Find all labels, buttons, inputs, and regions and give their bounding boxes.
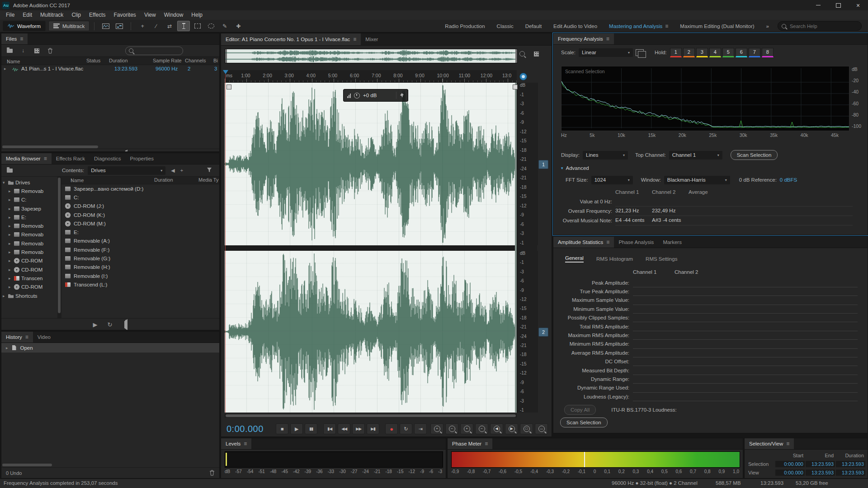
channel-divider[interactable] xyxy=(225,245,517,251)
tree-item-drive[interactable]: ▸ C: xyxy=(1,196,57,204)
tree-item-drive[interactable]: ▸ E: xyxy=(1,213,57,221)
close-button[interactable]: × xyxy=(848,0,868,10)
tree-root-drives[interactable]: ▾ Drives xyxy=(1,178,57,187)
tab-phase-meter[interactable]: Phase Meter≡ xyxy=(448,438,492,449)
preview-loop-button[interactable]: ↻ xyxy=(108,321,113,328)
volume-hud[interactable]: +0 dB xyxy=(343,89,408,102)
rewind-button[interactable]: ◀◀ xyxy=(338,423,350,434)
media-list-item[interactable]: CD-ROM (M:) xyxy=(61,219,219,228)
hold-button[interactable]: 3 xyxy=(696,48,708,57)
slip-tool-button[interactable]: ⇄ xyxy=(164,21,175,31)
panel-menu-icon[interactable]: ≡ xyxy=(244,441,247,447)
view-duration-value[interactable]: 13:23.593 xyxy=(836,469,865,476)
zoom-button[interactable]: − xyxy=(445,423,458,434)
hold-button[interactable]: 7 xyxy=(749,48,760,57)
chevron-right-icon[interactable]: ▸ xyxy=(9,285,12,289)
open-file-button[interactable] xyxy=(5,47,14,55)
move-to-previous-button[interactable]: ▮◀ xyxy=(323,423,336,434)
window-dropdown[interactable]: Blackman-Harris▾ xyxy=(664,176,730,184)
display-dropdown[interactable]: Lines▾ xyxy=(583,151,628,160)
view-end-value[interactable]: 13:23.593 xyxy=(806,469,835,476)
tab-properties[interactable]: Properties xyxy=(126,153,158,164)
zoom-button[interactable]: ↔ xyxy=(535,423,548,434)
column-channels[interactable]: Channels xyxy=(185,58,206,63)
media-list-item[interactable]: E: xyxy=(61,228,219,236)
channel-overlay-icon[interactable] xyxy=(636,49,644,56)
hold-button[interactable]: 6 xyxy=(736,48,747,57)
restore-button[interactable] xyxy=(828,0,848,10)
history-entry-open[interactable]: ▸ Open xyxy=(1,343,219,353)
timeline-ruler[interactable]: ms1:002:003:004:005:006:007:008:009:0010… xyxy=(225,70,517,83)
media-list-item[interactable]: Removable (F:) xyxy=(61,245,219,254)
tree-root-shortcuts[interactable]: ▸ Shortcuts xyxy=(1,291,57,300)
clear-history-button[interactable] xyxy=(209,470,215,476)
column-status[interactable]: Status xyxy=(86,58,100,63)
menu-item[interactable]: Effects xyxy=(85,10,109,20)
column-media-type[interactable]: Media Ty xyxy=(198,177,218,183)
view-start-value[interactable]: 0:00.000 xyxy=(775,469,805,476)
media-list-item[interactable]: Removable (A:) xyxy=(61,237,219,245)
subtab-rms-settings[interactable]: RMS Settings xyxy=(646,256,677,262)
fade-in-handle[interactable] xyxy=(226,84,231,89)
hold-button[interactable]: 4 xyxy=(709,48,721,57)
waveform-channel-1[interactable] xyxy=(225,83,517,245)
delete-file-button[interactable] xyxy=(46,47,55,55)
add-shortcut-button[interactable]: + xyxy=(180,168,183,173)
subtab-general[interactable]: General xyxy=(565,255,584,263)
hud-gain-value[interactable]: +0 dB xyxy=(363,93,377,98)
selection-start-value[interactable]: 0:00.000 xyxy=(775,461,805,467)
menu-item[interactable]: Window xyxy=(160,10,188,20)
zoom-button[interactable]: ▶ xyxy=(505,423,518,434)
minimize-button[interactable] xyxy=(808,0,828,10)
workspace-default[interactable]: Default xyxy=(519,23,547,29)
chevron-right-icon[interactable]: ▸ xyxy=(9,189,12,193)
tab-effects-rack[interactable]: Effects Rack xyxy=(52,153,90,164)
workspace-mastering-and-analysis[interactable]: Mastering and Analysis≡ xyxy=(603,23,674,29)
panel-menu-icon[interactable]: ≡ xyxy=(25,334,28,340)
panel-menu-icon[interactable]: ≡ xyxy=(606,36,609,42)
tab-mixer[interactable]: Mixer xyxy=(361,33,382,45)
search-help-input[interactable] xyxy=(789,23,858,29)
tab-media-browser[interactable]: Media Browser≡ xyxy=(1,153,52,164)
panel-menu-icon[interactable]: ≡ xyxy=(786,441,789,447)
filter-button[interactable] xyxy=(207,167,212,174)
playhead-handle[interactable] xyxy=(223,70,228,74)
media-list-item[interactable]: C: xyxy=(61,193,219,202)
media-list-item[interactable]: CD-ROM (J:) xyxy=(61,202,219,211)
media-list-header[interactable]: Name ↑ Duration Media Ty xyxy=(61,177,219,184)
loop-playback-button[interactable]: ↻ xyxy=(400,423,412,434)
scrollbar-thumb[interactable] xyxy=(2,464,52,466)
media-list-item[interactable]: Removable (G:) xyxy=(61,254,219,263)
hold-button[interactable]: 2 xyxy=(683,48,695,57)
tree-item-drive[interactable]: ▸ CD-ROM xyxy=(1,257,57,265)
marquee-selection-tool-button[interactable] xyxy=(192,21,203,31)
zoom-button[interactable]: ◀ xyxy=(490,423,503,434)
hold-button[interactable]: 1 xyxy=(670,48,682,57)
fft-size-dropdown[interactable]: 1024▾ xyxy=(591,176,633,184)
panel-menu-icon[interactable]: ≡ xyxy=(44,155,47,162)
top-channel-dropdown[interactable]: Channel 1▾ xyxy=(669,151,722,160)
waveform-horizontal-scrollbar[interactable] xyxy=(225,414,517,418)
new-content-button[interactable] xyxy=(32,47,41,55)
tab-editor[interactable]: Editor: A1 Piano Concerto No. 1 Opus 1 -… xyxy=(221,33,361,45)
spot-healing-tool-button[interactable]: ✚ xyxy=(232,21,244,31)
phase-meter-bar[interactable] xyxy=(451,451,740,468)
time-selection-tool-button[interactable] xyxy=(177,21,190,31)
chevron-right-icon[interactable]: ▸ xyxy=(9,250,12,254)
tab-history[interactable]: History≡ xyxy=(1,332,33,343)
tree-scrollbar[interactable] xyxy=(57,177,61,318)
chevron-right-icon[interactable]: ▸ xyxy=(4,66,6,71)
editor-grid-icon[interactable] xyxy=(534,52,539,56)
zoom-button[interactable]: − xyxy=(475,423,488,434)
level-meter[interactable] xyxy=(225,451,443,468)
tab-diagnostics[interactable]: Diagnostics xyxy=(90,153,125,164)
zoom-button[interactable]: □ xyxy=(520,423,533,434)
workspace-maximum-editing[interactable]: Maximum Editing (Dual Monitor) xyxy=(674,23,760,29)
scrollbar-thumb[interactable] xyxy=(2,145,98,148)
menu-item[interactable]: Clip xyxy=(67,10,85,20)
workspace-menu-icon[interactable]: ≡ xyxy=(665,23,668,29)
file-row[interactable]: ▸ A1 Pian...s 1 - I Vivace.flac 13:23.59… xyxy=(1,65,219,74)
column-bit[interactable]: Bi xyxy=(213,58,218,63)
scrollbar-thumb[interactable] xyxy=(226,414,516,417)
tab-files[interactable]: Files≡ xyxy=(1,33,28,44)
